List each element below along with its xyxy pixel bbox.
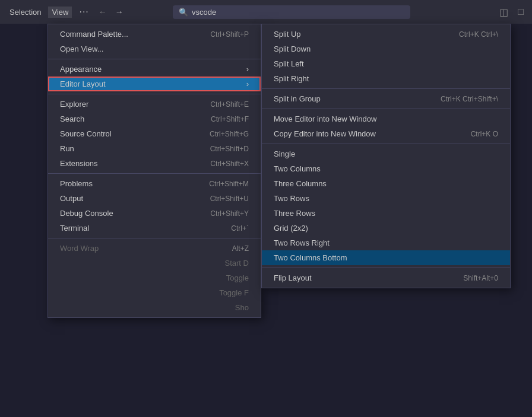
menu-item-problems[interactable]: Problems Ctrl+Shift+M [48, 176, 261, 191]
menu-item-toggle-f-label: Toggle F [60, 288, 249, 297]
menu-item-start-d-label: Start D [60, 259, 249, 268]
nav-menu: Selection View ··· ← → [6, 5, 126, 18]
menu-item-search-label: Search [60, 114, 187, 123]
menu-item-split-down-label: Split Down [274, 44, 498, 53]
search-bar: 🔍 [173, 5, 410, 19]
menu-item-move-editor-label: Move Editor into New Window [274, 114, 498, 123]
menu-item-three-columns[interactable]: Three Columns [262, 176, 510, 191]
menu-item-split-left-label: Split Left [274, 59, 498, 68]
menu-item-debug-console[interactable]: Debug Console Ctrl+Shift+Y [48, 206, 261, 221]
menu-item-editor-layout-arrow: › [246, 79, 249, 88]
menu-item-explorer[interactable]: Explorer Ctrl+Shift+E [48, 97, 261, 112]
menu-item-word-wrap[interactable]: Word Wrap Alt+Z [48, 241, 261, 256]
menu-item-run[interactable]: Run Ctrl+Shift+D [48, 141, 261, 156]
split-editor-icon[interactable]: ◫ [497, 5, 511, 19]
menu-item-terminal-label: Terminal [60, 224, 207, 233]
menu-item-word-wrap-shortcut: Alt+Z [232, 244, 249, 253]
menu-item-debug-console-label: Debug Console [60, 209, 186, 218]
menu-item-single[interactable]: Single [262, 147, 510, 161]
menu-item-split-up-label: Split Up [274, 30, 435, 39]
menu-item-flip-layout-shortcut: Shift+Alt+0 [463, 274, 498, 282]
menu-item-two-columns-bottom-label: Two Columns Bottom [274, 253, 498, 262]
menu-item-show-label: Sho [60, 303, 249, 312]
menu-item-two-columns-label: Two Columns [274, 164, 498, 173]
menu-item-split-left[interactable]: Split Left [262, 56, 510, 71]
menu-item-command-palette-shortcut: Ctrl+Shift+P [210, 30, 249, 39]
menu-item-extensions[interactable]: Extensions Ctrl+Shift+X [48, 156, 261, 171]
search-input[interactable] [192, 8, 311, 17]
menu-item-explorer-shortcut: Ctrl+Shift+E [210, 100, 249, 109]
menu-item-search-shortcut: Ctrl+Shift+F [211, 115, 249, 123]
menu-item-run-shortcut: Ctrl+Shift+D [210, 145, 249, 153]
menu-item-start-d[interactable]: Start D [48, 256, 261, 270]
menu-item-two-rows[interactable]: Two Rows [262, 191, 510, 206]
menu-item-search[interactable]: Search Ctrl+Shift+F [48, 112, 261, 126]
menu-item-open-view-label: Open View... [60, 44, 249, 53]
menu-item-output-shortcut: Ctrl+Shift+U [210, 195, 249, 203]
menu-item-three-rows[interactable]: Three Rows [262, 206, 510, 221]
menu-item-two-columns[interactable]: Two Columns [262, 161, 510, 176]
menu-item-split-in-group[interactable]: Split in Group Ctrl+K Ctrl+Shift+\ [262, 91, 510, 106]
sec-divider-4 [262, 268, 510, 268]
menu-item-two-columns-bottom[interactable]: Two Columns Bottom [262, 250, 510, 265]
menu-item-editor-layout[interactable]: Editor Layout › [48, 77, 261, 91]
menu-item-two-rows-right[interactable]: Two Rows Right [262, 235, 510, 250]
menu-item-show[interactable]: Sho [48, 300, 261, 315]
menu-item-two-rows-label: Two Rows [274, 194, 498, 203]
menu-item-toggle-f[interactable]: Toggle F [48, 285, 261, 300]
menu-item-copy-editor-shortcut: Ctrl+K O [471, 130, 498, 138]
menu-item-grid[interactable]: Grid (2x2) [262, 221, 510, 235]
menu-item-toggle-label: Toggle [60, 273, 249, 282]
menu-item-problems-shortcut: Ctrl+Shift+M [209, 180, 249, 188]
divider-3 [48, 173, 261, 174]
menu-item-flip-layout[interactable]: Flip Layout Shift+Alt+0 [262, 270, 510, 285]
menu-item-debug-console-shortcut: Ctrl+Shift+Y [210, 209, 249, 218]
menu-item-appearance[interactable]: Appearance › [48, 62, 261, 77]
menu-item-terminal[interactable]: Terminal Ctrl+` [48, 221, 261, 235]
menu-item-move-editor[interactable]: Move Editor into New Window [262, 112, 510, 126]
sec-divider-3 [262, 144, 510, 144]
nav-forward[interactable]: → [113, 6, 126, 18]
menu-item-appearance-label: Appearance [60, 65, 242, 74]
selection-menu[interactable]: Selection [6, 7, 45, 18]
menu-item-split-up[interactable]: Split Up Ctrl+K Ctrl+\ [262, 27, 510, 42]
customize-layout-icon[interactable]: □ [515, 5, 526, 19]
menu-item-three-rows-label: Three Rows [274, 209, 498, 218]
menu-item-command-palette-label: Command Palette... [60, 30, 186, 39]
menu-item-source-control[interactable]: Source Control Ctrl+Shift+G [48, 126, 261, 141]
menu-item-open-view[interactable]: Open View... [48, 42, 261, 56]
titlebar: Selection View ··· ← → 🔍 ◫ □ [0, 0, 532, 24]
menu-item-appearance-arrow: › [246, 65, 249, 74]
sec-divider-2 [262, 109, 510, 109]
search-icon: 🔍 [179, 8, 188, 17]
sec-divider-1 [262, 88, 510, 89]
menu-item-split-in-group-label: Split in Group [274, 94, 417, 103]
menu-item-copy-editor-label: Copy Editor into New Window [274, 129, 447, 138]
menu-item-output[interactable]: Output Ctrl+Shift+U [48, 191, 261, 206]
view-menu[interactable]: View [48, 7, 72, 18]
menu-item-split-in-group-shortcut: Ctrl+K Ctrl+Shift+\ [441, 95, 498, 103]
divider-2 [48, 94, 261, 94]
menu-item-flip-layout-label: Flip Layout [274, 273, 439, 282]
menu-item-explorer-label: Explorer [60, 100, 186, 109]
menu-item-split-right-label: Split Right [274, 74, 498, 83]
nav-back[interactable]: ← [96, 6, 109, 18]
menu-item-single-label: Single [274, 149, 498, 158]
titlebar-actions: ◫ □ [497, 5, 526, 19]
menu-item-copy-editor[interactable]: Copy Editor into New Window Ctrl+K O [262, 126, 510, 141]
secondary-menu: Split Up Ctrl+K Ctrl+\ Split Down Split … [261, 24, 511, 288]
menu-item-source-control-shortcut: Ctrl+Shift+G [210, 130, 249, 138]
menu-item-command-palette[interactable]: Command Palette... Ctrl+Shift+P [48, 27, 261, 42]
menu-item-two-rows-right-label: Two Rows Right [274, 238, 498, 247]
menu-item-word-wrap-label: Word Wrap [60, 244, 208, 253]
menu-item-split-down[interactable]: Split Down [262, 42, 510, 56]
more-menu[interactable]: ··· [75, 5, 92, 18]
menu-item-output-label: Output [60, 194, 186, 203]
menu-item-toggle[interactable]: Toggle [48, 270, 261, 285]
menu-item-extensions-shortcut: Ctrl+Shift+X [210, 160, 249, 168]
divider-1 [48, 59, 261, 59]
menu-item-run-label: Run [60, 144, 186, 153]
menu-item-split-right[interactable]: Split Right [262, 71, 510, 86]
menu-item-problems-label: Problems [60, 179, 185, 188]
menu-item-source-control-label: Source Control [60, 129, 186, 138]
